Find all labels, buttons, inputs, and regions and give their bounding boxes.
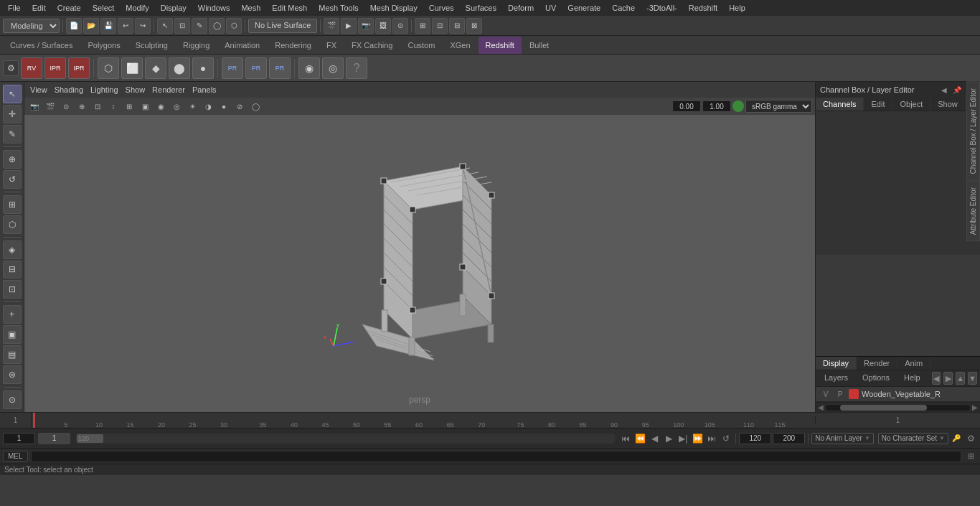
menu-mesh-tools[interactable]: Mesh Tools — [314, 2, 363, 14]
vp-menu-view[interactable]: View — [30, 85, 47, 94]
shape-tool[interactable]: ▤ — [3, 345, 22, 364]
loop-select-btn[interactable]: ◯ — [209, 18, 225, 34]
select-tool-btn[interactable]: ↖ — [157, 18, 173, 34]
frame-range-slider[interactable]: 120 — [76, 434, 615, 444]
vp-menu-renderer[interactable]: Renderer — [152, 85, 185, 94]
menu-edit[interactable]: Edit — [27, 2, 51, 14]
tab-rendering[interactable]: Rendering — [268, 37, 319, 54]
cb-tab-show[interactable]: Show — [930, 98, 966, 111]
anim-loop-btn[interactable]: ↺ — [720, 432, 732, 445]
anim-layer-dropdown[interactable]: No Anim Layer ▼ — [811, 433, 874, 444]
anim-range-end-field[interactable]: 200 — [773, 433, 805, 444]
char-set-dropdown[interactable]: No Character Set ▼ — [878, 433, 948, 444]
vp-shadow-btn[interactable]: ◑ — [201, 100, 215, 113]
vp-normal-btn[interactable]: ⊘ — [232, 100, 247, 113]
shelf-ipr-btn[interactable]: IPR — [44, 57, 66, 79]
ring-select-btn[interactable]: ⬡ — [226, 18, 242, 34]
shelf-pr3-btn[interactable]: PR — [269, 57, 291, 79]
shelf-light1-btn[interactable]: ◉ — [298, 57, 320, 79]
vp-shaded-btn[interactable]: ◉ — [154, 100, 168, 113]
shelf-question-btn[interactable]: ? — [346, 57, 367, 79]
anim-prev-key-btn[interactable]: ⏪ — [633, 432, 646, 445]
layer-v-toggle[interactable]: V — [820, 390, 831, 398]
vp-snap3-btn[interactable]: ↕ — [106, 100, 121, 113]
menu-modify[interactable]: Modify — [121, 2, 154, 14]
vp-cam-btn[interactable]: 📷 — [27, 100, 42, 113]
tab-animation[interactable]: Animation — [217, 37, 267, 54]
tab-rigging[interactable]: Rigging — [176, 37, 217, 54]
tab-fx-caching[interactable]: FX Caching — [344, 37, 400, 54]
mel-label[interactable]: MEL — [3, 451, 28, 462]
menu-cache[interactable]: Cache — [607, 2, 640, 14]
anim-next-key-btn[interactable]: ⏩ — [691, 432, 704, 445]
shelf-pr1-btn[interactable]: PR — [222, 57, 243, 79]
vp-isolate-btn[interactable]: ◯ — [248, 100, 263, 113]
render3-btn[interactable]: 🖼 — [375, 18, 391, 34]
move-tool[interactable]: ✛ — [3, 105, 22, 123]
settings-gear-btn[interactable]: ⚙ — [3, 60, 19, 76]
cb-tab-object[interactable]: Object — [892, 98, 930, 111]
shelf-rv-btn[interactable]: RV — [21, 57, 42, 79]
lasso-tool[interactable]: ⬡ — [3, 215, 22, 234]
snap-tool[interactable]: ⊕ — [3, 150, 22, 169]
menu-curves[interactable]: Curves — [424, 2, 459, 14]
extra-btn2[interactable]: ⊡ — [432, 18, 448, 34]
shelf-ipr2-btn[interactable]: IPR — [68, 57, 90, 79]
pencil-tool[interactable]: ✎ — [3, 125, 22, 144]
timeline-markers[interactable]: 5 10 15 20 25 30 35 40 45 50 55 60 65 70… — [32, 413, 815, 428]
shelf-pr2-btn[interactable]: PR — [245, 57, 267, 79]
anim-play-btn[interactable]: ▶ — [662, 432, 675, 445]
le-tab-render[interactable]: Render — [857, 357, 897, 370]
open-btn[interactable]: 📂 — [83, 18, 99, 34]
layer-row-default[interactable]: V P Wooden_Vegetable_R — [816, 387, 980, 402]
lasso-btn[interactable]: ⊡ — [174, 18, 190, 34]
menu-create[interactable]: Create — [52, 2, 86, 14]
paint-tool[interactable]: ◈ — [3, 240, 22, 259]
paint-select-btn[interactable]: ✎ — [192, 18, 207, 34]
anim-key-btn[interactable]: 🔑 — [950, 432, 963, 445]
tab-curves-surfaces[interactable]: Curves / Surfaces — [3, 37, 80, 54]
extra-btn4[interactable]: ⊠ — [466, 18, 482, 34]
shelf-geom1-btn[interactable]: ⬡ — [98, 57, 119, 79]
cb-collapse-btn[interactable]: ◀ — [938, 84, 950, 95]
vp-menu-lighting[interactable]: Lighting — [90, 85, 118, 94]
vp-grid-btn[interactable]: ⊞ — [122, 100, 136, 113]
uv-tool[interactable]: ⊜ — [3, 365, 22, 384]
shelf-geom2-btn[interactable]: ⬜ — [121, 57, 143, 79]
tab-redshift[interactable]: Redshift — [479, 37, 522, 54]
tab-polygons[interactable]: Polygons — [80, 37, 127, 54]
special-tool[interactable]: ⊟ — [3, 261, 22, 279]
shelf-geom4-btn[interactable]: ⬤ — [169, 57, 190, 79]
ipr-btn[interactable]: ▶ — [341, 18, 357, 34]
tab-xgen[interactable]: XGen — [443, 37, 477, 54]
sculpt-tool[interactable]: ⊡ — [3, 280, 22, 299]
menu-generate[interactable]: Generate — [562, 2, 606, 14]
anim-go-start-btn[interactable]: ⏮ — [619, 432, 632, 445]
menu-edit-mesh[interactable]: Edit Mesh — [267, 2, 312, 14]
anim-current-field[interactable]: 1 — [38, 433, 70, 444]
mel-input[interactable] — [31, 451, 961, 462]
viewport-canvas[interactable]: x y z persp — [24, 115, 815, 412]
menu-3dtall[interactable]: -3DtoAll- — [641, 2, 682, 14]
layer-p-toggle[interactable]: P — [834, 390, 846, 398]
menu-redshift[interactable]: Redshift — [684, 2, 722, 14]
cb-pin-btn[interactable]: 📌 — [951, 84, 963, 95]
menu-deform[interactable]: Deform — [503, 2, 539, 14]
vp-menu-show[interactable]: Show — [126, 85, 146, 94]
cb-tab-channels[interactable]: Channels — [816, 98, 864, 111]
shelf-geom3-btn[interactable]: ◆ — [145, 57, 166, 79]
menu-select[interactable]: Select — [88, 2, 120, 14]
shelf-geom5-btn[interactable]: ● — [192, 57, 214, 79]
scroll-right-btn[interactable]: ▶ — [970, 403, 980, 413]
orient-tool[interactable]: ⊙ — [3, 390, 22, 409]
mode-dropdown[interactable]: Modeling — [3, 19, 60, 33]
cb-tab-edit[interactable]: Edit — [864, 98, 892, 111]
menu-surfaces[interactable]: Surfaces — [461, 2, 501, 14]
vp-snap2-btn[interactable]: ⊡ — [90, 100, 105, 113]
vp-light-btn[interactable]: ☀ — [185, 100, 199, 113]
anim-go-end-btn[interactable]: ⏭ — [705, 432, 718, 445]
anim-settings-btn[interactable]: ⚙ — [964, 432, 977, 445]
layer-ctrl-left[interactable]: ◀ — [932, 372, 941, 385]
add-tool[interactable]: + — [3, 305, 22, 324]
scroll-track[interactable] — [826, 405, 970, 411]
